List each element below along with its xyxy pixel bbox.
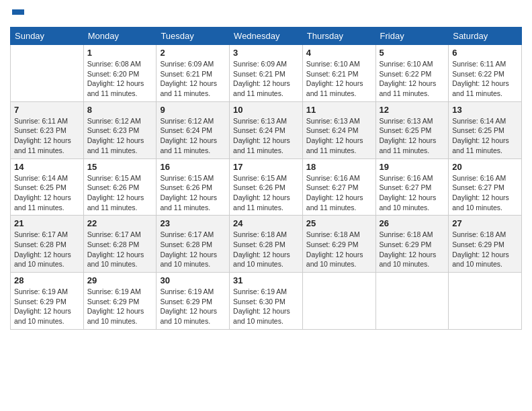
cell-sunset: Sunset: 6:21 PM — [160, 69, 226, 79]
calendar-header-row: SundayMondayTuesdayWednesdayThursdayFrid… — [11, 28, 522, 45]
col-header-wednesday: Wednesday — [230, 28, 303, 45]
calendar-cell: 17Sunrise: 6:15 AMSunset: 6:26 PMDayligh… — [230, 158, 303, 216]
cell-sunset: Sunset: 6:30 PM — [233, 297, 299, 307]
cell-day-number: 15 — [87, 162, 153, 172]
cell-info: Sunrise: 6:13 AMSunset: 6:25 PMDaylight:… — [380, 116, 445, 156]
cell-info: Sunrise: 6:11 AMSunset: 6:23 PMDaylight:… — [14, 116, 80, 156]
cell-daylight: Daylight: 12 hours and 10 minutes. — [452, 193, 518, 212]
cell-sunset: Sunset: 6:28 PM — [87, 240, 153, 250]
calendar-cell: 25Sunrise: 6:18 AMSunset: 6:29 PMDayligh… — [302, 216, 375, 273]
cell-daylight: Daylight: 12 hours and 10 minutes. — [160, 306, 226, 326]
cell-sunrise: Sunrise: 6:14 AM — [14, 173, 80, 183]
logo — [10, 7, 26, 21]
cell-daylight: Daylight: 12 hours and 11 minutes. — [14, 193, 80, 212]
week-row-5: 28Sunrise: 6:19 AMSunset: 6:29 PMDayligh… — [11, 273, 522, 330]
cell-sunrise: Sunrise: 6:14 AM — [452, 116, 518, 126]
calendar-cell: 26Sunrise: 6:18 AMSunset: 6:29 PMDayligh… — [375, 216, 449, 273]
cell-day-number: 7 — [14, 105, 80, 115]
cell-day-number: 31 — [233, 275, 299, 285]
col-header-friday: Friday — [375, 28, 449, 45]
cell-sunrise: Sunrise: 6:11 AM — [14, 116, 80, 126]
cell-info: Sunrise: 6:11 AMSunset: 6:22 PMDaylight:… — [452, 59, 518, 99]
cell-info: Sunrise: 6:18 AMSunset: 6:29 PMDaylight:… — [452, 230, 518, 269]
calendar-cell — [302, 273, 375, 330]
cell-info: Sunrise: 6:12 AMSunset: 6:24 PMDaylight:… — [160, 116, 226, 156]
cell-info: Sunrise: 6:19 AMSunset: 6:29 PMDaylight:… — [87, 287, 153, 326]
cell-day-number: 26 — [380, 218, 445, 228]
cell-info: Sunrise: 6:18 AMSunset: 6:29 PMDaylight:… — [380, 230, 445, 269]
cell-sunset: Sunset: 6:25 PM — [14, 183, 80, 193]
col-header-tuesday: Tuesday — [157, 28, 230, 45]
calendar-cell: 8Sunrise: 6:12 AMSunset: 6:23 PMDaylight… — [83, 101, 157, 158]
calendar-cell: 20Sunrise: 6:16 AMSunset: 6:27 PMDayligh… — [449, 158, 522, 216]
cell-daylight: Daylight: 12 hours and 10 minutes. — [14, 306, 80, 326]
cell-info: Sunrise: 6:08 AMSunset: 6:20 PMDaylight:… — [87, 59, 153, 99]
cell-daylight: Daylight: 12 hours and 11 minutes. — [87, 136, 153, 155]
cell-day-number: 20 — [452, 162, 518, 172]
cell-daylight: Daylight: 12 hours and 11 minutes. — [380, 79, 445, 98]
cell-day-number: 13 — [452, 105, 518, 115]
week-row-2: 7Sunrise: 6:11 AMSunset: 6:23 PMDaylight… — [11, 101, 522, 158]
cell-sunrise: Sunrise: 6:16 AM — [452, 173, 518, 183]
cell-info: Sunrise: 6:12 AMSunset: 6:23 PMDaylight:… — [87, 116, 153, 156]
cell-day-number: 27 — [452, 218, 518, 228]
cell-info: Sunrise: 6:10 AMSunset: 6:21 PMDaylight:… — [306, 59, 372, 99]
cell-sunset: Sunset: 6:29 PM — [452, 240, 518, 250]
logo-flag-icon — [11, 7, 26, 21]
cell-info: Sunrise: 6:09 AMSunset: 6:21 PMDaylight:… — [233, 59, 299, 99]
cell-sunset: Sunset: 6:24 PM — [233, 126, 299, 136]
cell-sunrise: Sunrise: 6:08 AM — [87, 59, 153, 69]
calendar-cell: 27Sunrise: 6:18 AMSunset: 6:29 PMDayligh… — [449, 216, 522, 273]
cell-info: Sunrise: 6:13 AMSunset: 6:24 PMDaylight:… — [233, 116, 299, 156]
cell-sunrise: Sunrise: 6:18 AM — [306, 230, 372, 240]
cell-info: Sunrise: 6:13 AMSunset: 6:24 PMDaylight:… — [306, 116, 372, 156]
cell-sunset: Sunset: 6:28 PM — [14, 240, 80, 250]
cell-sunrise: Sunrise: 6:13 AM — [233, 116, 299, 126]
calendar-cell — [11, 45, 84, 102]
calendar-cell: 31Sunrise: 6:19 AMSunset: 6:30 PMDayligh… — [230, 273, 303, 330]
calendar-cell: 12Sunrise: 6:13 AMSunset: 6:25 PMDayligh… — [375, 101, 449, 158]
col-header-sunday: Sunday — [11, 28, 84, 45]
calendar-table: SundayMondayTuesdayWednesdayThursdayFrid… — [10, 27, 522, 330]
calendar-cell: 11Sunrise: 6:13 AMSunset: 6:24 PMDayligh… — [302, 101, 375, 158]
cell-info: Sunrise: 6:18 AMSunset: 6:28 PMDaylight:… — [233, 230, 299, 269]
cell-info: Sunrise: 6:18 AMSunset: 6:29 PMDaylight:… — [306, 230, 372, 269]
cell-daylight: Daylight: 12 hours and 11 minutes. — [452, 136, 518, 155]
cell-daylight: Daylight: 12 hours and 11 minutes. — [306, 136, 372, 155]
calendar-cell: 5Sunrise: 6:10 AMSunset: 6:22 PMDaylight… — [375, 45, 449, 102]
cell-info: Sunrise: 6:14 AMSunset: 6:25 PMDaylight:… — [14, 173, 80, 213]
cell-sunrise: Sunrise: 6:15 AM — [233, 173, 299, 183]
cell-day-number: 18 — [306, 162, 372, 172]
cell-info: Sunrise: 6:17 AMSunset: 6:28 PMDaylight:… — [160, 230, 226, 269]
calendar-cell: 24Sunrise: 6:18 AMSunset: 6:28 PMDayligh… — [230, 216, 303, 273]
cell-sunrise: Sunrise: 6:13 AM — [380, 116, 445, 126]
cell-daylight: Daylight: 12 hours and 11 minutes. — [380, 136, 445, 155]
cell-daylight: Daylight: 12 hours and 11 minutes. — [87, 79, 153, 98]
cell-day-number: 1 — [87, 48, 153, 58]
cell-info: Sunrise: 6:17 AMSunset: 6:28 PMDaylight:… — [87, 230, 153, 269]
cell-sunset: Sunset: 6:24 PM — [306, 126, 372, 136]
cell-sunset: Sunset: 6:23 PM — [14, 126, 80, 136]
cell-daylight: Daylight: 12 hours and 10 minutes. — [380, 250, 445, 269]
cell-info: Sunrise: 6:15 AMSunset: 6:26 PMDaylight:… — [233, 173, 299, 213]
cell-sunrise: Sunrise: 6:13 AM — [306, 116, 372, 126]
cell-sunset: Sunset: 6:29 PM — [14, 297, 80, 307]
cell-sunrise: Sunrise: 6:16 AM — [380, 173, 445, 183]
cell-day-number: 11 — [306, 105, 372, 115]
week-row-4: 21Sunrise: 6:17 AMSunset: 6:28 PMDayligh… — [11, 216, 522, 273]
cell-day-number: 6 — [452, 48, 518, 58]
cell-daylight: Daylight: 12 hours and 10 minutes. — [87, 250, 153, 269]
calendar-cell: 30Sunrise: 6:19 AMSunset: 6:29 PMDayligh… — [157, 273, 230, 330]
cell-daylight: Daylight: 12 hours and 11 minutes. — [160, 136, 226, 155]
cell-daylight: Daylight: 12 hours and 11 minutes. — [160, 79, 226, 98]
cell-day-number: 3 — [233, 48, 299, 58]
cell-sunset: Sunset: 6:28 PM — [233, 240, 299, 250]
cell-day-number: 23 — [160, 218, 226, 228]
cell-daylight: Daylight: 12 hours and 10 minutes. — [14, 250, 80, 269]
cell-sunset: Sunset: 6:26 PM — [87, 183, 153, 193]
cell-sunrise: Sunrise: 6:19 AM — [160, 287, 226, 297]
cell-info: Sunrise: 6:16 AMSunset: 6:27 PMDaylight:… — [306, 173, 372, 213]
cell-day-number: 10 — [233, 105, 299, 115]
cell-daylight: Daylight: 12 hours and 10 minutes. — [87, 306, 153, 326]
cell-day-number: 17 — [233, 162, 299, 172]
